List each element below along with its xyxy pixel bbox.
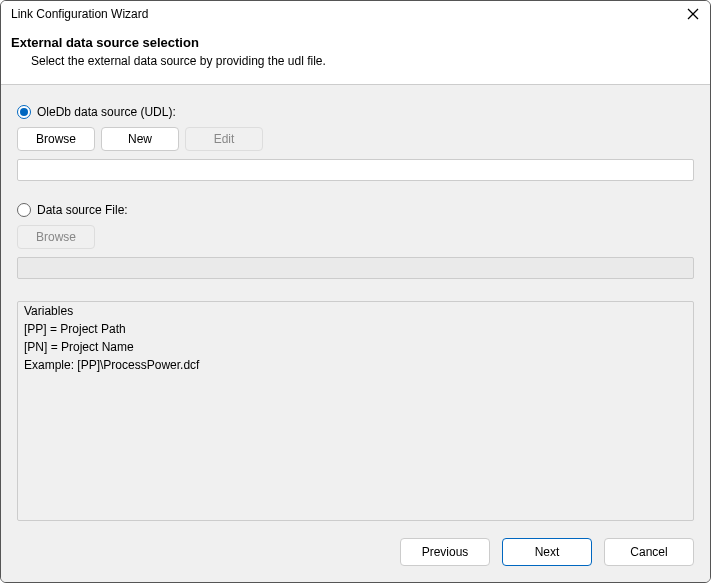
variables-box: Variables [PP] = Project Path [PN] = Pro… xyxy=(17,301,694,521)
header-title: External data source selection xyxy=(11,35,700,50)
file-button-row: Browse xyxy=(17,225,694,249)
radio-oledb[interactable] xyxy=(17,105,31,119)
variables-title: Variables xyxy=(24,304,687,318)
udl-button-row: Browse New Edit xyxy=(17,127,694,151)
wizard-footer: Previous Next Cancel xyxy=(1,524,710,582)
file-browse-button: Browse xyxy=(17,225,95,249)
titlebar: Link Configuration Wizard xyxy=(1,1,710,27)
radio-file-row[interactable]: Data source File: xyxy=(17,203,694,217)
udl-path-input[interactable] xyxy=(17,159,694,181)
wizard-window: Link Configuration Wizard External data … xyxy=(0,0,711,583)
window-title: Link Configuration Wizard xyxy=(11,7,148,21)
wizard-header: External data source selection Select th… xyxy=(1,27,710,85)
file-path-input xyxy=(17,257,694,279)
udl-browse-button[interactable]: Browse xyxy=(17,127,95,151)
wizard-body: OleDb data source (UDL): Browse New Edit… xyxy=(1,85,710,524)
previous-button[interactable]: Previous xyxy=(400,538,490,566)
radio-file[interactable] xyxy=(17,203,31,217)
radio-oledb-row[interactable]: OleDb data source (UDL): xyxy=(17,105,694,119)
variable-line: [PN] = Project Name xyxy=(24,338,687,356)
udl-new-button[interactable]: New xyxy=(101,127,179,151)
header-subtitle: Select the external data source by provi… xyxy=(31,54,700,68)
close-icon[interactable] xyxy=(686,7,700,21)
variable-line: Example: [PP]\ProcessPower.dcf xyxy=(24,356,687,374)
variable-line: [PP] = Project Path xyxy=(24,320,687,338)
udl-edit-button: Edit xyxy=(185,127,263,151)
next-button[interactable]: Next xyxy=(502,538,592,566)
cancel-button[interactable]: Cancel xyxy=(604,538,694,566)
radio-file-label: Data source File: xyxy=(37,203,128,217)
radio-oledb-label: OleDb data source (UDL): xyxy=(37,105,176,119)
